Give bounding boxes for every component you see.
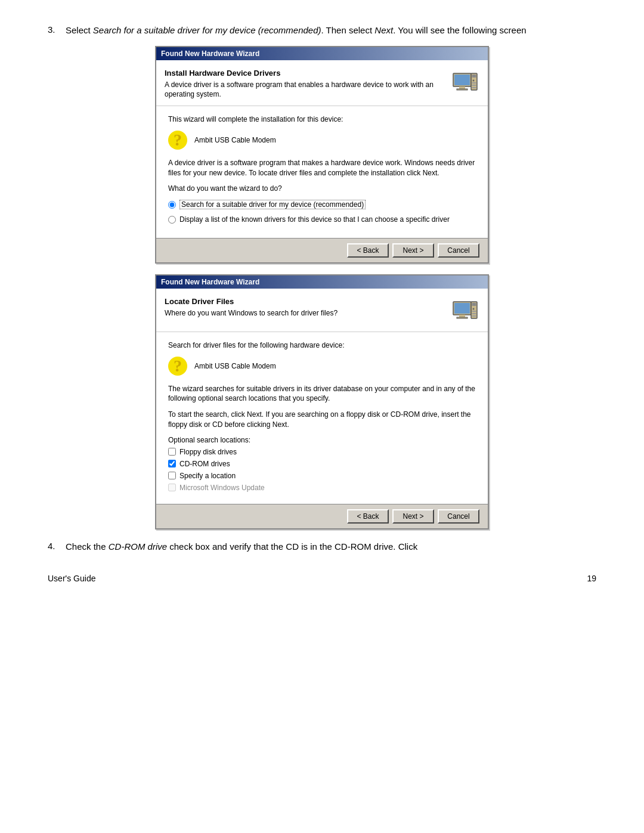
dialog1-device-name: Ambit USB Cable Modem bbox=[194, 136, 276, 144]
dialog2-content: Search for driver files for the followin… bbox=[156, 332, 488, 504]
svg-rect-8 bbox=[472, 85, 476, 86]
dialog1-radio2-option[interactable]: Display a list of the known drivers for … bbox=[168, 215, 476, 225]
page-number: 19 bbox=[587, 574, 596, 583]
users-guide-label: User's Guide bbox=[48, 574, 95, 583]
dialog1-header-text: Install Hardware Device Drivers A device… bbox=[165, 69, 445, 100]
hardware-icon-2 bbox=[451, 297, 479, 326]
step3-text: Select Search for a suitable driver for … bbox=[66, 24, 596, 38]
dialog2-cancel-button[interactable]: Cancel bbox=[438, 509, 479, 524]
dialog2-text1: Search for driver files for the followin… bbox=[168, 340, 476, 351]
step4-text: Check the CD-ROM drive check box and ver… bbox=[66, 540, 596, 554]
dialog1-device-row: ? Ambit USB Cable Modem bbox=[168, 131, 476, 150]
dialog1-next-button[interactable]: Next > bbox=[392, 243, 434, 258]
question-icon-2: ? bbox=[168, 357, 187, 376]
svg-rect-1 bbox=[454, 75, 470, 85]
dialog2-text2: The wizard searches for suitable drivers… bbox=[168, 384, 476, 404]
dialog2-check2-label: CD-ROM drives bbox=[179, 460, 230, 468]
step3-item: 3. Select Search for a suitable driver f… bbox=[48, 24, 596, 38]
step4-text-after: check box and verify that the CD is in t… bbox=[167, 541, 417, 552]
dialog2-check4 bbox=[168, 484, 176, 491]
dialog1-header-title: Install Hardware Device Drivers bbox=[165, 69, 445, 78]
step4-italic1: CD-ROM drive bbox=[109, 541, 167, 552]
dialog2-check1-label: Floppy disk drives bbox=[179, 448, 237, 456]
svg-rect-3 bbox=[457, 89, 467, 90]
dialog1-titlebar: Found New Hardware Wizard bbox=[156, 47, 488, 60]
page-content: 3. Select Search for a suitable driver f… bbox=[48, 24, 596, 583]
question-icon-1: ? bbox=[168, 131, 187, 150]
dialog2-check1[interactable] bbox=[168, 448, 176, 456]
dialog2: Found New Hardware Wizard Locate Driver … bbox=[155, 274, 489, 529]
step3-number: 3. bbox=[48, 24, 61, 35]
svg-rect-15 bbox=[472, 303, 476, 306]
svg-rect-18 bbox=[472, 313, 476, 314]
dialog1-radio1-label: Search for a suitable driver for my devi… bbox=[179, 200, 366, 210]
dialog1-back-button[interactable]: < Back bbox=[347, 243, 389, 258]
step4-number: 4. bbox=[48, 540, 61, 551]
dialog1-radio1-text: Search for a suitable driver for my devi… bbox=[179, 200, 366, 209]
dialog1-text2: A device driver is a software program th… bbox=[168, 158, 476, 178]
dialog2-device-name: Ambit USB Cable Modem bbox=[194, 362, 276, 370]
dialog2-check2[interactable] bbox=[168, 460, 176, 467]
dialog1-header: Install Hardware Device Drivers A device… bbox=[156, 60, 488, 107]
dialog2-next-button[interactable]: Next > bbox=[392, 509, 434, 524]
step4-item: 4. Check the CD-ROM drive check box and … bbox=[48, 540, 596, 554]
svg-rect-12 bbox=[459, 315, 465, 317]
dialog2-check3-option[interactable]: Specify a location bbox=[168, 472, 476, 480]
dialog2-body: Locate Driver Files Where do you want Wi… bbox=[156, 289, 488, 528]
svg-rect-7 bbox=[472, 82, 476, 83]
dialog2-check4-option: Microsoft Windows Update bbox=[168, 484, 476, 492]
dialog2-text3: To start the search, click Next. If you … bbox=[168, 410, 476, 430]
svg-rect-9 bbox=[472, 87, 476, 88]
step3-italic2: Next bbox=[374, 25, 393, 35]
dialog1-radio1[interactable] bbox=[168, 201, 176, 209]
svg-rect-19 bbox=[472, 315, 476, 317]
svg-point-6 bbox=[473, 79, 475, 81]
dialog2-check2-option[interactable]: CD-ROM drives bbox=[168, 460, 476, 468]
dialog2-check1-option[interactable]: Floppy disk drives bbox=[168, 448, 476, 456]
dialog2-check4-label: Microsoft Windows Update bbox=[179, 484, 265, 492]
dialog2-header-icon bbox=[451, 297, 479, 326]
dialog1-radio2[interactable] bbox=[168, 216, 176, 224]
dialog1: Found New Hardware Wizard Install Hardwa… bbox=[155, 46, 489, 264]
svg-rect-5 bbox=[472, 75, 476, 78]
step3-italic1: Search for a suitable driver for my devi… bbox=[93, 25, 321, 35]
hardware-icon bbox=[451, 69, 479, 97]
dialog1-body: Install Hardware Device Drivers A device… bbox=[156, 60, 488, 262]
dialog2-check3-label: Specify a location bbox=[179, 472, 236, 480]
dialog2-footer: < Back Next > Cancel bbox=[156, 504, 488, 528]
dialog2-titlebar: Found New Hardware Wizard bbox=[156, 275, 488, 289]
dialog1-cancel-button[interactable]: Cancel bbox=[438, 243, 479, 258]
dialog2-header-text: Locate Driver Files Where do you want Wi… bbox=[165, 297, 445, 318]
dialog2-device-row: ? Ambit USB Cable Modem bbox=[168, 357, 476, 376]
dialog2-back-button[interactable]: < Back bbox=[347, 509, 389, 524]
dialog2-header-subtitle: Where do you want Windows to search for … bbox=[165, 308, 445, 318]
dialog2-header: Locate Driver Files Where do you want Wi… bbox=[156, 289, 488, 332]
svg-rect-17 bbox=[472, 311, 476, 312]
dialog1-radio1-option[interactable]: Search for a suitable driver for my devi… bbox=[168, 200, 476, 210]
dialog1-header-subtitle: A device driver is a software program th… bbox=[165, 80, 445, 100]
svg-point-16 bbox=[473, 308, 475, 309]
dialog1-header-icon bbox=[451, 69, 479, 97]
svg-rect-13 bbox=[457, 317, 467, 318]
page-footer: User's Guide 19 bbox=[48, 574, 596, 583]
dialog1-content: This wizard will complete the installati… bbox=[156, 106, 488, 238]
dialog2-check3[interactable] bbox=[168, 472, 176, 479]
dialog1-question: What do you want the wizard to do? bbox=[168, 184, 476, 194]
svg-rect-11 bbox=[454, 303, 470, 314]
dialog1-footer: < Back Next > Cancel bbox=[156, 238, 488, 262]
dialog2-header-title: Locate Driver Files bbox=[165, 297, 445, 306]
svg-rect-2 bbox=[459, 86, 465, 89]
dialog1-radio2-label: Display a list of the known drivers for … bbox=[179, 215, 450, 225]
dialog2-optional-label: Optional search locations: bbox=[168, 436, 476, 444]
dialog1-text1: This wizard will complete the installati… bbox=[168, 114, 476, 125]
